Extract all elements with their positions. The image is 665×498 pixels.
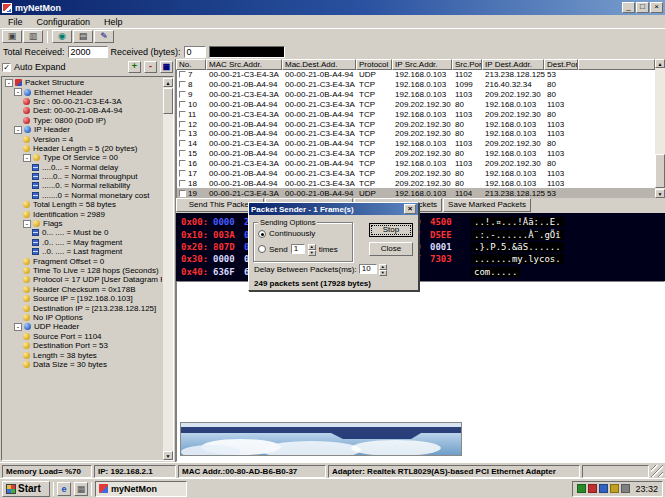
- dialog-close-button[interactable]: Close: [369, 242, 413, 256]
- ad-banner[interactable]: [180, 422, 462, 456]
- menu-item-help[interactable]: Help: [97, 16, 130, 28]
- tray-icon-2[interactable]: [599, 484, 608, 493]
- close-button[interactable]: ×: [650, 2, 663, 13]
- table-scroll-down-icon[interactable]: ▼: [655, 189, 665, 198]
- packet-mark-checkbox[interactable]: [179, 180, 186, 187]
- packet-mark-checkbox[interactable]: [179, 160, 186, 167]
- packet-mark-checkbox[interactable]: [179, 130, 186, 137]
- packet-row[interactable]: 1900-00-21-C3-E4-3A00-00-21-0B-A4-94UDP1…: [177, 188, 655, 198]
- continuously-radio[interactable]: [258, 230, 266, 238]
- tree-item[interactable]: -Ethernet Header: [4, 87, 162, 96]
- collapse-expander-icon[interactable]: -: [23, 154, 31, 162]
- tree-item[interactable]: Source IP = [192.168.0.103]: [4, 294, 162, 303]
- packet-row[interactable]: 800-00-21-0B-A4-9400-00-21-C3-E4-3ATCP19…: [177, 80, 655, 90]
- auto-expand-checkbox[interactable]: ✓: [2, 63, 11, 72]
- packet-mark-checkbox[interactable]: [179, 140, 186, 147]
- packet-mark-checkbox[interactable]: [179, 111, 186, 118]
- delay-input[interactable]: 10: [359, 264, 377, 274]
- tree-item[interactable]: Total Length = 58 bytes: [4, 200, 162, 209]
- tree-scrollbar[interactable]: ▲ ▼: [163, 78, 173, 460]
- tree-item[interactable]: Time To Live = 128 hops (Seconds): [4, 266, 162, 275]
- tree-item[interactable]: Protocol = 17 UDP [User Datagram Protoco…: [4, 275, 162, 284]
- dialog-close-icon[interactable]: ×: [404, 204, 416, 214]
- stop-button[interactable]: Stop: [369, 223, 413, 237]
- collapse-expander-icon[interactable]: -: [5, 79, 13, 87]
- collapse-expander-icon[interactable]: -: [23, 220, 31, 228]
- column-header-mac-dest-add-[interactable]: Mac.Dest.Add.: [282, 59, 356, 70]
- tree-item[interactable]: Type: 0800 (DoD IP): [4, 116, 162, 125]
- packet-row[interactable]: 1200-00-21-0B-A4-9400-00-21-C3-E4-3ATCP2…: [177, 119, 655, 129]
- table-scrollbar[interactable]: ▲ ▼: [655, 59, 665, 198]
- collapse-expander-icon[interactable]: -: [14, 88, 22, 96]
- packet-row[interactable]: 1100-00-21-C3-E4-3A00-00-21-0B-A4-94TCP1…: [177, 109, 655, 119]
- column-header-protocol[interactable]: Protocol: [356, 59, 392, 70]
- tray-icon-0[interactable]: [577, 484, 586, 493]
- tree-item[interactable]: Dest: 00-00-21-0B-A4-94: [4, 106, 162, 115]
- send-times-spinner[interactable]: ▲▼: [308, 244, 316, 254]
- tree-item[interactable]: ....0... = Normal delay: [4, 163, 162, 172]
- maximize-button[interactable]: □: [636, 2, 649, 13]
- send-times-input[interactable]: 1: [291, 244, 305, 254]
- tree-item[interactable]: No IP Options: [4, 313, 162, 322]
- column-header-ip-src-addr-[interactable]: IP Src.Addr.: [392, 59, 452, 70]
- packet-mark-checkbox[interactable]: [179, 71, 186, 78]
- tree-item[interactable]: -IP Header: [4, 125, 162, 134]
- column-header-dest-port[interactable]: Dest.Port: [544, 59, 578, 70]
- tree-item[interactable]: .....0.. = Normal throughput: [4, 172, 162, 181]
- packet-row[interactable]: 1600-00-21-C3-E4-3A00-00-21-0B-A4-94TCP1…: [177, 159, 655, 169]
- packet-row[interactable]: 1300-00-21-0B-A4-9400-00-21-C3-E4-3ATCP2…: [177, 129, 655, 139]
- packet-row[interactable]: 1000-00-21-0B-A4-9400-00-21-C3-E4-3ATCP2…: [177, 100, 655, 110]
- tree-item[interactable]: Version = 4: [4, 134, 162, 143]
- tree-item[interactable]: Source Port = 1104: [4, 332, 162, 341]
- scroll-down-icon[interactable]: ▼: [163, 451, 173, 460]
- tree-item[interactable]: -UDP Header: [4, 322, 162, 331]
- column-header-no-[interactable]: No.: [176, 59, 206, 70]
- tree-item[interactable]: Fragment Offset = 0: [4, 256, 162, 265]
- tray-icon-1[interactable]: [588, 484, 597, 493]
- task-button-mynetmon[interactable]: myNetMon: [95, 481, 187, 497]
- packet-row[interactable]: 1500-00-21-0B-A4-9400-00-21-C3-E4-3ATCP2…: [177, 149, 655, 159]
- menu-item-configuration[interactable]: Configuration: [30, 16, 98, 28]
- collapse-expander-icon[interactable]: -: [14, 126, 22, 134]
- tree-item[interactable]: Length = 38 bytes: [4, 350, 162, 359]
- collapse-all-button[interactable]: -: [144, 61, 157, 73]
- packet-row[interactable]: 900-00-21-C3-E4-3A00-00-21-0B-A4-94TCP19…: [177, 90, 655, 100]
- packet-mark-checkbox[interactable]: [179, 81, 186, 88]
- tree-item[interactable]: Header Checksum = 0x178B: [4, 285, 162, 294]
- packet-row[interactable]: 1800-00-21-0B-A4-9400-00-21-C3-E4-3ATCP2…: [177, 178, 655, 188]
- tree-item[interactable]: Destination IP = [213.238.128.125]: [4, 303, 162, 312]
- print-button[interactable]: ▤: [73, 30, 93, 43]
- minimize-button[interactable]: _: [622, 2, 635, 13]
- tree-item[interactable]: Header Length = 5 (20 bytes): [4, 144, 162, 153]
- tray-icon-4[interactable]: [621, 484, 630, 493]
- tree-item[interactable]: Src : 00-00-21-C3-E4-3A: [4, 97, 162, 106]
- column-header-src-port[interactable]: Src.Port: [452, 59, 482, 70]
- tray-icon-3[interactable]: [610, 484, 619, 493]
- quick-launch-desktop-icon[interactable]: ▦: [74, 482, 88, 496]
- start-capture-button[interactable]: ◉: [52, 30, 72, 43]
- table-scroll-thumb[interactable]: [655, 154, 665, 188]
- tree-item[interactable]: ......0. = Normal reliability: [4, 181, 162, 190]
- packet-mark-checkbox[interactable]: [179, 190, 186, 197]
- packet-mark-checkbox[interactable]: [179, 101, 186, 108]
- packet-mark-checkbox[interactable]: [179, 150, 186, 157]
- tree-item[interactable]: 0... .... = Must be 0: [4, 228, 162, 237]
- tree-item[interactable]: ..0. .... = Last fragment: [4, 247, 162, 256]
- start-button[interactable]: Start: [2, 481, 50, 497]
- delay-spinner[interactable]: ▲▼: [379, 264, 387, 274]
- tree-scroll-thumb[interactable]: [163, 88, 173, 114]
- menu-item-file[interactable]: File: [1, 16, 30, 28]
- packet-mark-checkbox[interactable]: [179, 91, 186, 98]
- packet-row[interactable]: 1700-00-21-0B-A4-9400-00-21-C3-E4-3ATCP2…: [177, 168, 655, 178]
- column-header-ip-dest-addr-[interactable]: IP Dest.Addr.: [482, 59, 544, 70]
- tree-item[interactable]: .......0 = Normal monetary cost: [4, 191, 162, 200]
- tree-item[interactable]: .0.. .... = May fragment: [4, 238, 162, 247]
- packet-row[interactable]: 1400-00-21-C3-E4-3A00-00-21-0B-A4-94TCP1…: [177, 139, 655, 149]
- table-scroll-up-icon[interactable]: ▲: [655, 59, 665, 68]
- dialog-titlebar[interactable]: Packet Sender - 1 Frame(s) ×: [249, 203, 418, 215]
- column-header-mac-src-addr-[interactable]: MAC Src.Addr.: [206, 59, 282, 70]
- save-marked-packets-button[interactable]: Save Marked Packets: [443, 198, 531, 212]
- tree-item[interactable]: -Packet Structure: [4, 78, 162, 87]
- send-times-radio[interactable]: [258, 245, 266, 253]
- edit-packet-button[interactable]: ✎: [94, 30, 114, 43]
